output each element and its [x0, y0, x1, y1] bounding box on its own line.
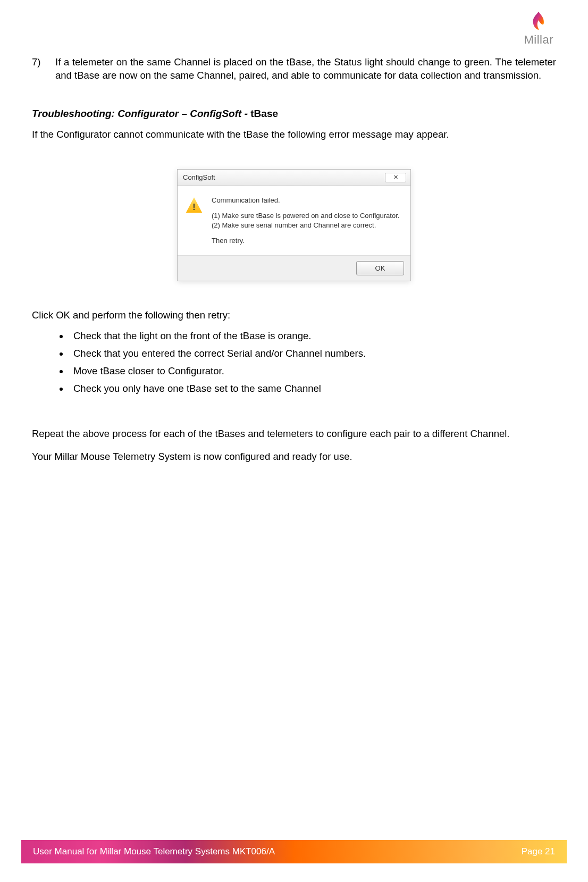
close-icon[interactable]: ✕	[385, 173, 406, 182]
dialog-footer: OK	[178, 255, 410, 281]
dialog-retry: Then retry.	[212, 236, 401, 246]
heading-italic: Troubleshooting: Configurator – ConfigSo…	[32, 108, 250, 119]
section-heading: Troubleshooting: Configurator – ConfigSo…	[32, 107, 556, 121]
page-footer: User Manual for Millar Mouse Telemetry S…	[21, 840, 567, 863]
brand-name: Millar	[524, 33, 553, 47]
ordered-list-item: 7) If a telemeter on the same Channel is…	[32, 56, 556, 82]
list-item: Move tBase closer to Configurator.	[69, 365, 556, 378]
error-dialog: ConfigSoft ✕ Communication failed. (1) M…	[177, 169, 411, 282]
closing-para-1: Repeat the above process for each of the…	[32, 427, 556, 441]
dialog-titlebar: ConfigSoft ✕	[178, 170, 410, 186]
warning-icon	[185, 197, 203, 215]
heading-bold: tBase	[250, 108, 278, 119]
list-item: Check that you entered the correct Seria…	[69, 347, 556, 360]
list-text: If a telemeter on the same Channel is pl…	[55, 56, 556, 82]
ok-button[interactable]: OK	[356, 261, 404, 276]
list-item: Check that the light on the front of the…	[69, 330, 556, 343]
brand-logo: Millar	[524, 11, 553, 47]
footer-left: User Manual for Millar Mouse Telemetry S…	[33, 846, 275, 857]
dialog-title-text: ConfigSoft	[183, 173, 215, 182]
dialog-message: Communication failed. (1) Make sure tBas…	[212, 196, 401, 246]
section-intro: If the Configurator cannot communicate w…	[32, 128, 556, 141]
dialog-step-2: (2) Make sure serial number and Channel …	[212, 221, 401, 230]
after-dialog-text: Click OK and perform the following then …	[32, 309, 556, 322]
footer-right: Page 21	[522, 846, 555, 857]
closing-para-2: Your Millar Mouse Telemetry System is no…	[32, 450, 556, 464]
dialog-step-1: (1) Make sure tBase is powered on and cl…	[212, 211, 401, 221]
bullet-list: Check that the light on the front of the…	[32, 330, 556, 396]
flame-icon	[528, 11, 549, 32]
list-number: 7)	[32, 56, 55, 82]
dialog-headline: Communication failed.	[212, 196, 401, 205]
list-item: Check you only have one tBase set to the…	[69, 382, 556, 396]
